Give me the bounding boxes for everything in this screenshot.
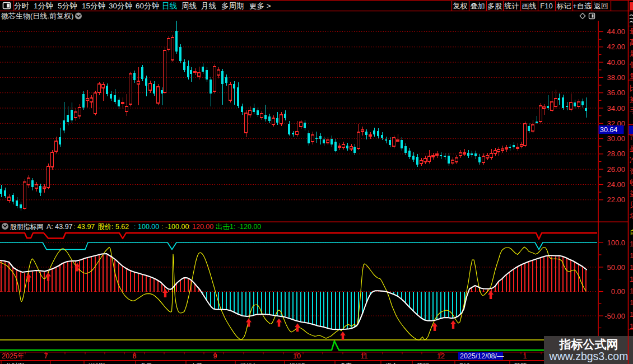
svg-text:44.00: 44.00 <box>607 27 625 36</box>
svg-text:益: 益 <box>630 189 633 198</box>
svg-text:返回: 返回 <box>594 2 608 10</box>
svg-text:43.97: 43.97 <box>77 223 95 231</box>
svg-text:低: 低 <box>629 60 633 69</box>
svg-text:微芯生物(日线.前复权): 微芯生物(日线.前复权) <box>1 12 73 20</box>
svg-text:5分钟: 5分钟 <box>58 2 77 10</box>
svg-text:42.00: 42.00 <box>607 43 625 51</box>
svg-text:40.00: 40.00 <box>607 58 625 67</box>
svg-text:复权: 复权 <box>453 2 468 10</box>
svg-text:多空: 多空 <box>339 362 352 364</box>
svg-text:手: 手 <box>630 106 633 115</box>
svg-text:15分钟: 15分钟 <box>82 2 105 10</box>
svg-text:F10: F10 <box>540 2 552 10</box>
svg-text:量: 量 <box>630 72 633 80</box>
svg-text:叠加: 叠加 <box>471 2 485 10</box>
svg-text:预警: 预警 <box>514 362 527 364</box>
svg-text:收: 收 <box>630 178 633 186</box>
svg-text:F10: F10 <box>459 362 470 364</box>
svg-text:资金: 资金 <box>385 362 398 364</box>
svg-text:出击1: -120.00: 出击1: -120.00 <box>216 223 261 231</box>
svg-text::: : <box>188 223 190 231</box>
svg-text:股价: 5.62: 股价: 5.62 <box>97 223 129 231</box>
svg-text::: : <box>73 223 75 231</box>
svg-text:A: 43.97: A: 43.97 <box>46 223 73 231</box>
svg-text:www.zbgs3.com: www.zbgs3.com <box>549 350 629 362</box>
svg-text:-50.00: -50.00 <box>604 312 625 320</box>
svg-text:50.00: 50.00 <box>607 263 625 272</box>
svg-text:10: 10 <box>630 322 633 330</box>
svg-text:指标B: 指标B <box>288 362 305 364</box>
svg-text:统计: 统计 <box>504 2 519 10</box>
svg-text:30.64: 30.64 <box>600 126 617 134</box>
svg-text:30分钟: 30分钟 <box>109 2 132 10</box>
svg-text:10: 10 <box>630 251 633 260</box>
svg-text:日线: 日线 <box>162 2 177 10</box>
svg-text:换: 换 <box>629 95 633 104</box>
svg-text:标记: 标记 <box>557 2 571 10</box>
svg-text::: : <box>134 223 136 231</box>
svg-text:100.00: 100.00 <box>138 223 159 231</box>
svg-text:指标公式网: 指标公式网 <box>559 338 618 351</box>
svg-text:市: 市 <box>630 133 633 142</box>
svg-text:走势: 走势 <box>190 362 203 364</box>
svg-text:2025/12/08/—: 2025/12/08/— <box>460 352 504 360</box>
svg-text:22.00: 22.00 <box>607 195 625 204</box>
svg-text:资: 资 <box>630 167 633 175</box>
svg-text:K线图: K线图 <box>89 362 105 364</box>
svg-text:10: 10 <box>630 240 633 248</box>
svg-text:-100.00: -100.00 <box>165 223 189 231</box>
svg-text:分时: 分时 <box>14 2 30 10</box>
svg-text:自: 自 <box>630 228 633 236</box>
svg-text:盈: 盈 <box>630 144 633 153</box>
svg-text::: : <box>161 223 163 231</box>
svg-text:120.00: 120.00 <box>192 223 213 231</box>
svg-text:10: 10 <box>630 275 633 283</box>
svg-text:高: 高 <box>630 38 633 46</box>
svg-text:多周期: 多周期 <box>221 2 244 10</box>
svg-text:24.00: 24.00 <box>607 180 625 189</box>
svg-text:最: 最 <box>630 49 633 58</box>
svg-text:26.00: 26.00 <box>607 165 625 174</box>
svg-text:多股: 多股 <box>487 2 502 10</box>
svg-text:股朋指标网: 股朋指标网 <box>10 223 44 231</box>
svg-text:净: 净 <box>630 156 633 164</box>
svg-text:周线: 周线 <box>181 2 197 10</box>
svg-text:34.00: 34.00 <box>607 104 625 113</box>
svg-text:月线: 月线 <box>201 2 216 10</box>
svg-text:10: 10 <box>630 287 633 295</box>
svg-text:0.00: 0.00 <box>611 287 625 296</box>
svg-text:分时图: 分时图 <box>6 362 24 364</box>
svg-text:10: 10 <box>630 310 633 319</box>
svg-text:更多 >: 更多 > <box>249 2 271 10</box>
svg-text:36.00: 36.00 <box>607 88 625 97</box>
svg-text:画线: 画线 <box>522 2 537 10</box>
svg-text:100.0: 100.0 <box>607 239 625 247</box>
svg-text:最: 最 <box>630 27 633 35</box>
svg-text:筹码: 筹码 <box>417 362 429 364</box>
svg-text:10: 10 <box>630 263 633 272</box>
svg-text:28.00: 28.00 <box>607 150 625 158</box>
svg-text:1分钟: 1分钟 <box>34 2 53 10</box>
svg-text:2025年: 2025年 <box>2 352 24 360</box>
svg-text:38.00: 38.00 <box>607 73 625 82</box>
svg-text:+自选: +自选 <box>573 2 592 10</box>
svg-text:指标A: 指标A <box>239 362 257 364</box>
svg-text:30.00: 30.00 <box>607 134 625 143</box>
svg-text:贝: 贝 <box>630 200 633 209</box>
svg-text:盘口: 盘口 <box>140 362 152 364</box>
svg-text:塔: 塔 <box>629 212 633 220</box>
svg-text:比: 比 <box>630 84 633 92</box>
svg-text:10: 10 <box>630 298 633 307</box>
svg-text:60分钟: 60分钟 <box>136 2 159 10</box>
